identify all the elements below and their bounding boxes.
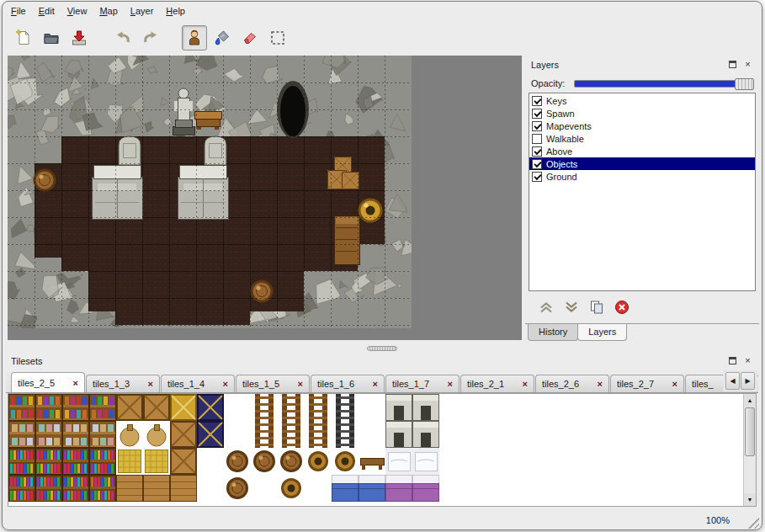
select-tool-icon: [268, 29, 287, 47]
undo-button[interactable]: [110, 25, 135, 51]
tileset-tab-tiles_1_7[interactable]: tiles_1_7 ×: [385, 375, 460, 392]
tab-scroll-arrows: ◀ ▶: [723, 370, 757, 391]
menu-help[interactable]: Help: [166, 6, 185, 16]
raise-layer-button[interactable]: [539, 301, 554, 314]
opacity-slider[interactable]: [574, 80, 754, 88]
layer-row-keys[interactable]: Keys: [529, 94, 755, 107]
layers-close-button[interactable]: ×: [742, 59, 753, 70]
new-file-button[interactable]: [11, 25, 36, 51]
duplicate-layer-icon: [589, 300, 604, 315]
layer-visible-checkbox[interactable]: [532, 109, 542, 119]
detach-icon: [729, 61, 736, 68]
layer-row-spawn[interactable]: Spawn: [529, 107, 755, 120]
layer-toolbar: [529, 296, 756, 318]
layer-visible-checkbox[interactable]: [532, 159, 542, 169]
tab-close-icon[interactable]: ×: [373, 380, 378, 389]
lower-layer-button[interactable]: [564, 301, 579, 314]
layers-detach-button[interactable]: [727, 59, 738, 70]
layer-visible-checkbox[interactable]: [532, 146, 542, 157]
tilesets-panel-titlebar[interactable]: Tilesets ×: [8, 354, 756, 368]
tab-close-icon[interactable]: ×: [448, 380, 453, 389]
stamp-tool-icon: [185, 29, 204, 47]
splitter-grip-icon: [367, 346, 397, 351]
tab-close-icon[interactable]: ×: [223, 380, 228, 389]
layer-name: Ground: [546, 172, 577, 182]
resize-grip[interactable]: [746, 516, 759, 529]
layer-row-above[interactable]: Above: [529, 145, 755, 157]
redo-button[interactable]: [138, 25, 163, 51]
tab-history[interactable]: History: [528, 324, 578, 341]
tab-layers[interactable]: Layers: [577, 324, 627, 341]
tilesets-detach-button[interactable]: [727, 355, 738, 366]
tileset-tab-tiles_2_7[interactable]: tiles_2_7 ×: [610, 375, 684, 392]
opacity-slider-handle[interactable]: [735, 78, 754, 90]
delete-layer-icon: [614, 300, 630, 315]
menu-map[interactable]: Map: [99, 6, 117, 16]
opacity-label: Opacity:: [531, 78, 565, 88]
horizontal-splitter[interactable]: [6, 343, 758, 354]
layer-row-ground[interactable]: Ground: [529, 170, 755, 183]
open-folder-icon: [42, 29, 61, 47]
tileset-scrollbar: ▲ ▼: [743, 394, 756, 506]
eraser-tool-button[interactable]: [237, 25, 263, 51]
scroll-tabs-right-button[interactable]: ▶: [741, 372, 755, 390]
tileset-tab-tiles_1_3[interactable]: tiles_1_3 ×: [86, 375, 160, 392]
detach-icon: [729, 357, 736, 364]
tilesets-close-button[interactable]: ×: [742, 355, 753, 366]
scrollbar-thumb[interactable]: [745, 407, 755, 456]
status-bar: 100%: [3, 510, 762, 530]
map-viewport[interactable]: [8, 56, 522, 340]
app-window: File Edit View Map Layer Help: [2, 1, 762, 530]
close-icon: ×: [745, 356, 750, 365]
duplicate-layer-button[interactable]: [589, 300, 604, 315]
zoom-level: 100%: [706, 515, 730, 525]
toolbar: [3, 22, 762, 54]
layer-name: Walkable: [546, 134, 584, 144]
tileset-tab-tiles_2_5[interactable]: tiles_2_5 ×: [11, 372, 85, 393]
tab-close-icon[interactable]: ×: [672, 380, 677, 389]
menu-file[interactable]: File: [11, 6, 26, 16]
save-button[interactable]: [66, 25, 92, 51]
layer-visible-checkbox[interactable]: [532, 121, 542, 131]
open-folder-button[interactable]: [39, 25, 64, 51]
scroll-tabs-left-button[interactable]: ◀: [725, 372, 740, 390]
layer-visible-checkbox[interactable]: [532, 172, 542, 182]
tilesets-panel: Tilesets × tiles_2_5 × tiles_1_3 × tiles…: [5, 354, 759, 510]
menu-edit[interactable]: Edit: [39, 6, 55, 16]
layer-name: Above: [546, 146, 572, 157]
tileset-tab-tiles_2_6[interactable]: tiles_2_6 ×: [535, 375, 609, 392]
layer-name: Objects: [546, 159, 577, 169]
tileset-canvas[interactable]: [8, 394, 466, 502]
menu-layer[interactable]: Layer: [130, 6, 154, 16]
scroll-up-button[interactable]: ▲: [744, 394, 756, 407]
layer-row-mapevents[interactable]: Mapevents: [529, 120, 755, 132]
tileset-content: ▲ ▼: [8, 393, 757, 507]
layer-visible-checkbox[interactable]: [532, 96, 542, 106]
layer-name: Mapevents: [546, 121, 592, 131]
menu-bar: File Edit View Map Layer Help: [3, 2, 762, 20]
tab-close-icon[interactable]: ×: [598, 380, 603, 389]
tab-close-icon[interactable]: ×: [73, 379, 78, 388]
layer-row-walkable[interactable]: Walkable: [529, 132, 755, 145]
select-tool-button[interactable]: [265, 25, 290, 51]
raise-layer-icon: [539, 301, 554, 314]
tileset-tab-tiles_1_4[interactable]: tiles_1_4 ×: [161, 375, 235, 392]
tab-close-icon[interactable]: ×: [148, 380, 153, 389]
layer-row-objects[interactable]: Objects: [529, 157, 755, 170]
scroll-down-button[interactable]: ▼: [744, 493, 756, 506]
tileset-tab-tiles_1_5[interactable]: tiles_1_5 ×: [236, 375, 310, 392]
layer-visible-checkbox[interactable]: [532, 134, 542, 144]
tab-close-icon[interactable]: ×: [523, 380, 528, 389]
redo-icon: [141, 29, 160, 47]
stamp-tool-button[interactable]: [182, 25, 207, 51]
layers-panel-titlebar[interactable]: Layers ×: [529, 57, 756, 72]
tileset-tab-tiles_1_6[interactable]: tiles_1_6 ×: [311, 375, 385, 392]
menu-view[interactable]: View: [67, 6, 88, 16]
fill-tool-button[interactable]: [210, 25, 235, 51]
tab-close-icon[interactable]: ×: [298, 380, 303, 389]
delete-layer-button[interactable]: [614, 300, 630, 315]
undo-icon: [114, 29, 132, 47]
lower-layer-icon: [564, 301, 579, 314]
tileset-tab-tiles_2_1[interactable]: tiles_2_1 ×: [460, 375, 534, 392]
map-canvas[interactable]: [8, 56, 412, 328]
